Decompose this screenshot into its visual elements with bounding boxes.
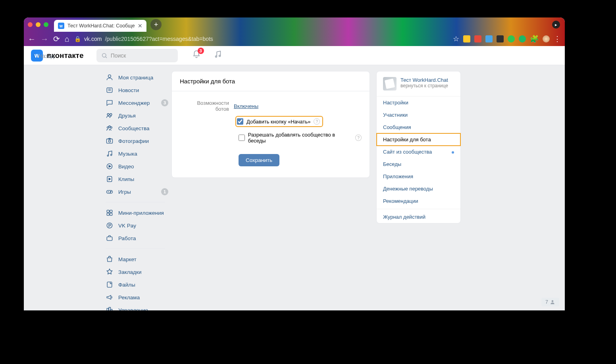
- nav-item[interactable]: Моя страница: [106, 71, 165, 84]
- nav-item[interactable]: Маркет: [106, 253, 165, 266]
- close-tab-icon[interactable]: ✕: [138, 23, 142, 29]
- search-icon: [101, 52, 108, 59]
- bot-caps-label: Возможности ботов: [182, 100, 234, 112]
- nav-item[interactable]: Игры1: [106, 185, 165, 198]
- url-host: vk.com: [84, 36, 102, 42]
- browser-menu-icon[interactable]: ⋮: [554, 35, 561, 43]
- settings-nav-label: Денежные переводы: [383, 186, 433, 192]
- nav-forward-button[interactable]: →: [40, 35, 48, 44]
- nav-icon: [106, 255, 114, 263]
- extension-icon[interactable]: [463, 35, 470, 42]
- group-back-link[interactable]: вернуться к странице: [400, 83, 448, 89]
- settings-nav-item[interactable]: Настройки: [377, 96, 460, 109]
- nav-item[interactable]: Управление: [106, 304, 165, 310]
- nav-item[interactable]: Фотографии: [106, 135, 165, 147]
- group-header[interactable]: Тест WorkHard.Chat вернуться к странице: [377, 71, 460, 96]
- music-button[interactable]: [214, 50, 222, 61]
- add-start-button-row[interactable]: Добавить кнопку «Начать» ?: [237, 118, 320, 125]
- extension-icon[interactable]: [485, 35, 493, 42]
- nav-item[interactable]: Видео: [106, 160, 165, 173]
- settings-nav-label: Приложения: [383, 173, 413, 179]
- nav-item[interactable]: Закладки: [106, 266, 165, 278]
- nav-label: Файлы: [118, 282, 135, 288]
- nav-item[interactable]: Мессенджер3: [106, 96, 165, 109]
- settings-nav-item[interactable]: Сообщения: [377, 121, 460, 133]
- nav-label: Мини-приложения: [118, 210, 164, 216]
- svg-point-11: [110, 127, 112, 128]
- settings-nav-item[interactable]: Настройки для бота: [377, 133, 460, 146]
- extension-icon[interactable]: [497, 35, 504, 42]
- settings-nav-item[interactable]: Денежные переводы: [377, 183, 460, 195]
- allow-add-to-chats-checkbox[interactable]: [239, 135, 245, 141]
- bot-caps-value[interactable]: Включены: [234, 103, 258, 109]
- extensions-menu-icon[interactable]: 🧩: [530, 35, 539, 43]
- nav-item[interactable]: Новости: [106, 84, 165, 96]
- svg-point-23: [111, 191, 112, 192]
- nav-icon: [106, 209, 114, 217]
- browser-toolbar: ← → ⟳ ⌂ 🔒 vk.com/public201505627?act=mes…: [24, 32, 565, 46]
- friends-counter[interactable]: 7: [541, 298, 559, 306]
- extension-icon[interactable]: [508, 35, 515, 42]
- nav-label: Закладки: [118, 269, 141, 275]
- bookmark-star-icon[interactable]: ☆: [453, 35, 459, 43]
- profile-avatar[interactable]: [543, 35, 550, 42]
- new-indicator-icon: [452, 151, 454, 154]
- nav-icon: [106, 188, 114, 196]
- settings-nav-item[interactable]: Сайт из сообщества: [377, 146, 460, 158]
- nav-label: VK Pay: [118, 223, 136, 229]
- settings-nav-label: Участники: [383, 112, 408, 118]
- nav-icon: [106, 221, 114, 229]
- svg-rect-26: [110, 210, 112, 212]
- help-icon[interactable]: ?: [355, 135, 362, 141]
- group-avatar: [383, 77, 397, 91]
- svg-point-2: [215, 56, 217, 58]
- nav-item[interactable]: Мини-приложения: [106, 206, 165, 219]
- settings-nav-item[interactable]: Рекомендации: [377, 195, 460, 207]
- svg-rect-28: [110, 213, 112, 216]
- nav-icon: [106, 137, 114, 145]
- nav-icon: [106, 73, 114, 81]
- settings-nav-item[interactable]: Журнал действий: [377, 209, 460, 223]
- settings-nav-item[interactable]: Приложения: [377, 170, 460, 183]
- media-indicator-icon[interactable]: ▸: [552, 21, 560, 29]
- nav-item[interactable]: Реклама: [106, 291, 165, 304]
- browser-tab[interactable]: w Тест WorkHard.Chat: Сообще ✕: [54, 20, 146, 32]
- settings-nav-item[interactable]: Участники: [377, 109, 460, 121]
- music-icon: [214, 50, 222, 59]
- nav-item[interactable]: Работа: [106, 232, 165, 245]
- chevron-left-icon: 〈: [30, 52, 36, 60]
- settings-nav-label: Рекомендации: [383, 198, 418, 204]
- window-controls[interactable]: [28, 22, 48, 27]
- url-path: /public201505627?act=messages&tab=bots: [105, 36, 213, 42]
- allow-add-to-chats-row[interactable]: Разрешать добавлять сообщество в беседы …: [239, 132, 362, 144]
- back-link[interactable]: 〈 Назад: [30, 52, 54, 60]
- extension-icon[interactable]: [474, 35, 481, 42]
- nav-item[interactable]: Сообщества: [106, 122, 165, 135]
- svg-rect-20: [107, 191, 113, 194]
- svg-point-24: [110, 192, 111, 193]
- nav-back-button[interactable]: ←: [28, 35, 36, 44]
- notifications-button[interactable]: 3: [192, 50, 201, 61]
- new-tab-button[interactable]: +: [150, 19, 162, 30]
- nav-item[interactable]: Друзья: [106, 109, 165, 122]
- nav-item[interactable]: VK Pay: [106, 219, 165, 232]
- search-input[interactable]: Поиск: [96, 49, 178, 62]
- close-window-icon[interactable]: [28, 22, 33, 27]
- save-button[interactable]: Сохранить: [239, 154, 279, 166]
- maximize-window-icon[interactable]: [44, 22, 48, 27]
- home-button[interactable]: ⌂: [65, 35, 69, 44]
- add-start-button-checkbox[interactable]: [237, 118, 243, 125]
- nav-item[interactable]: Клипы: [106, 173, 165, 185]
- address-bar[interactable]: 🔒 vk.com/public201505627?act=messages&ta…: [74, 33, 448, 44]
- nav-icon: [106, 162, 114, 170]
- nav-label: Маркет: [118, 256, 137, 262]
- reload-button[interactable]: ⟳: [53, 34, 60, 44]
- minimize-window-icon[interactable]: [36, 22, 40, 27]
- nav-label: Игры: [118, 189, 131, 195]
- settings-nav-item[interactable]: Беседы: [377, 158, 460, 170]
- extension-icon[interactable]: [519, 35, 526, 42]
- nav-item[interactable]: Музыка: [106, 147, 165, 160]
- nav-item[interactable]: Файлы: [106, 278, 165, 291]
- nav-label: Друзья: [118, 113, 136, 119]
- help-icon[interactable]: ?: [314, 118, 320, 125]
